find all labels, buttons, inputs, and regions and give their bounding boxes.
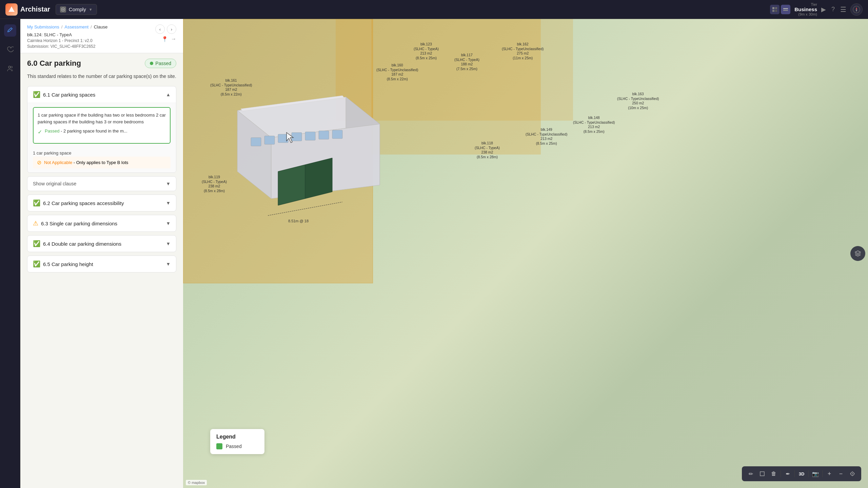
main-panel: My Submissions / Assessment / Clause blk… bbox=[20, 19, 183, 488]
svg-point-2 bbox=[62, 9, 64, 10]
clause-6-1: ✅ 6.1 Car parking spaces ▲ 1 car parking… bbox=[27, 86, 176, 173]
passed-badge: Passed bbox=[145, 59, 176, 68]
svg-marker-0 bbox=[8, 6, 15, 12]
comply-dropdown[interactable]: Comply ▼ bbox=[56, 4, 97, 15]
sidebar-heart-icon[interactable] bbox=[4, 43, 16, 56]
clause-6-2-chevron[interactable]: ▼ bbox=[166, 200, 171, 206]
location-pin-icon[interactable]: 📍 bbox=[161, 36, 168, 42]
show-original-clause: Show original clause ▼ bbox=[27, 176, 176, 191]
3d-toggle[interactable]: 3D bbox=[797, 469, 806, 479]
section-title-row: 6.0 Car parking Passed bbox=[27, 59, 176, 68]
clause-6-5: ✅ 6.5 Car parking height ▼ bbox=[27, 256, 176, 272]
help-icon[interactable]: ? bbox=[831, 6, 835, 13]
toolbar-divider-1 bbox=[781, 470, 781, 477]
svg-rect-4 bbox=[775, 7, 777, 9]
clause-6-3-title: 6.3 Single car parking dimensions bbox=[41, 221, 117, 226]
delete-tool[interactable]: 🗑 bbox=[769, 469, 778, 479]
na-text: Not Applicable - Only applies to Type B … bbox=[44, 160, 128, 165]
pen-tool[interactable]: ✒ bbox=[783, 469, 792, 479]
camera-tool[interactable]: 📷 bbox=[811, 469, 820, 479]
legend-passed-label: Passed bbox=[226, 444, 242, 449]
zoom-out-button[interactable]: − bbox=[836, 469, 846, 479]
logo-area: Archistar bbox=[5, 3, 50, 16]
sidebar-edit-icon[interactable] bbox=[4, 24, 16, 37]
view-icon-2[interactable] bbox=[781, 5, 790, 14]
svg-point-13 bbox=[11, 66, 12, 68]
navigate-icon[interactable]: → bbox=[171, 36, 176, 42]
clause-6-2-header[interactable]: ✅ 6.2 Car parking spaces accessibility ▼ bbox=[27, 195, 176, 211]
clause-6-1-rule-text: 1 car parking space if the building has … bbox=[38, 113, 166, 124]
svg-rect-26 bbox=[319, 131, 329, 139]
app-name: Archistar bbox=[20, 5, 50, 13]
clause-6-1-title: 6.1 Car parking spaces bbox=[43, 92, 95, 98]
app-logo-icon bbox=[5, 3, 18, 16]
mapbox-credit: © mapbox bbox=[186, 480, 207, 485]
breadcrumb-sep-2: / bbox=[91, 24, 92, 29]
clause-6-1-rule-highlighted: 1 car parking space if the building has … bbox=[33, 107, 171, 144]
cursor-area bbox=[285, 131, 295, 146]
clause-6-1-result-text: Passed - 2 parking space found in the m.… bbox=[45, 128, 127, 135]
svg-rect-8 bbox=[783, 10, 788, 11]
map-layers-button[interactable] bbox=[850, 246, 865, 261]
clause-6-5-title: 6.5 Car parking height bbox=[43, 261, 93, 267]
forward-button[interactable]: › bbox=[167, 24, 176, 34]
svg-rect-22 bbox=[264, 136, 275, 144]
polygon-tool[interactable] bbox=[757, 469, 767, 479]
menu-icon[interactable]: ☰ bbox=[840, 5, 846, 14]
building-3d-svg: 8.51m @ 18 bbox=[210, 70, 400, 232]
clause-6-2: ✅ 6.2 Car parking spaces accessibility ▼ bbox=[27, 195, 176, 211]
tier-info: Tier Business (9m x 30m) bbox=[794, 2, 817, 16]
clause-6-1-check-icon: ✅ bbox=[33, 91, 40, 98]
na-icon: ⊘ bbox=[37, 159, 41, 166]
view-icon-1[interactable] bbox=[770, 5, 780, 14]
recenter-button[interactable] bbox=[848, 469, 857, 479]
clause-6-3-chevron[interactable]: ▼ bbox=[166, 221, 171, 226]
play-icon[interactable]: ▶ bbox=[821, 6, 826, 13]
toolbar-divider-2 bbox=[794, 470, 795, 477]
comply-chevron: ▼ bbox=[89, 7, 93, 12]
back-button[interactable]: ‹ bbox=[155, 24, 165, 34]
project-name: Cairnlea Horizon 1 - Precinct 1: v2.0 bbox=[27, 38, 107, 43]
block-id: blk.124: SLHC - TypeA bbox=[27, 32, 107, 37]
svg-marker-19 bbox=[278, 165, 305, 205]
svg-rect-3 bbox=[772, 7, 774, 9]
map-area: 8.51m @ 18 blk.162(SLHC - TypeUnclassifi… bbox=[183, 19, 868, 488]
svg-marker-20 bbox=[305, 158, 332, 199]
clause-6-5-chevron[interactable]: ▼ bbox=[166, 261, 171, 267]
legend-box: Legend Passed bbox=[210, 429, 264, 454]
breadcrumb-my-submissions[interactable]: My Submissions bbox=[27, 24, 59, 29]
show-original-header[interactable]: Show original clause ▼ bbox=[27, 177, 176, 191]
svg-rect-5 bbox=[772, 10, 774, 12]
pencil-tool[interactable]: ✏ bbox=[746, 469, 755, 479]
panel-header: My Submissions / Assessment / Clause blk… bbox=[20, 19, 183, 53]
clause-6-1-chevron[interactable]: ▲ bbox=[166, 92, 171, 97]
passed-label: Passed bbox=[155, 61, 171, 66]
clause-6-1-sub-rule-text: 1 car parking space bbox=[33, 150, 71, 156]
svg-rect-7 bbox=[783, 8, 788, 9]
legend-passed-color bbox=[216, 443, 222, 449]
toolbar-divider-3 bbox=[808, 470, 809, 477]
sidebar-people-icon[interactable] bbox=[4, 62, 16, 75]
clause-6-3-header[interactable]: ⚠ 6.3 Single car parking dimensions ▼ bbox=[27, 215, 176, 231]
clause-6-2-check-icon: ✅ bbox=[33, 199, 40, 207]
comply-label: Comply bbox=[69, 6, 86, 12]
svg-rect-30 bbox=[760, 472, 764, 476]
compass-button[interactable] bbox=[850, 3, 863, 16]
clause-6-1-sub-rule: 1 car parking space bbox=[33, 147, 171, 157]
submission-id: Submission: VIC_SLHC-48FF3C2652 bbox=[27, 44, 107, 49]
breadcrumb-clause: Clause bbox=[94, 24, 107, 29]
left-sidebar bbox=[0, 19, 20, 488]
clause-6-4-chevron[interactable]: ▼ bbox=[166, 241, 171, 246]
clause-6-4-header[interactable]: ✅ 6.4 Double car parking dimensions ▼ bbox=[27, 236, 176, 252]
svg-rect-25 bbox=[305, 132, 315, 140]
clause-6-1-header[interactable]: ✅ 6.1 Car parking spaces ▲ bbox=[27, 86, 176, 103]
svg-rect-21 bbox=[251, 138, 261, 146]
zoom-in-button[interactable]: + bbox=[825, 469, 834, 479]
show-original-chevron[interactable]: ▼ bbox=[166, 181, 171, 186]
breadcrumb-assessment[interactable]: Assessment bbox=[64, 24, 88, 29]
svg-marker-37 bbox=[287, 133, 293, 143]
toolbar-divider-4 bbox=[822, 470, 823, 477]
clause-6-3-check-icon: ⚠ bbox=[33, 220, 38, 227]
clause-6-1-result-row: ✓ Passed - 2 parking space found in the … bbox=[38, 125, 166, 139]
clause-6-5-header[interactable]: ✅ 6.5 Car parking height ▼ bbox=[27, 256, 176, 272]
